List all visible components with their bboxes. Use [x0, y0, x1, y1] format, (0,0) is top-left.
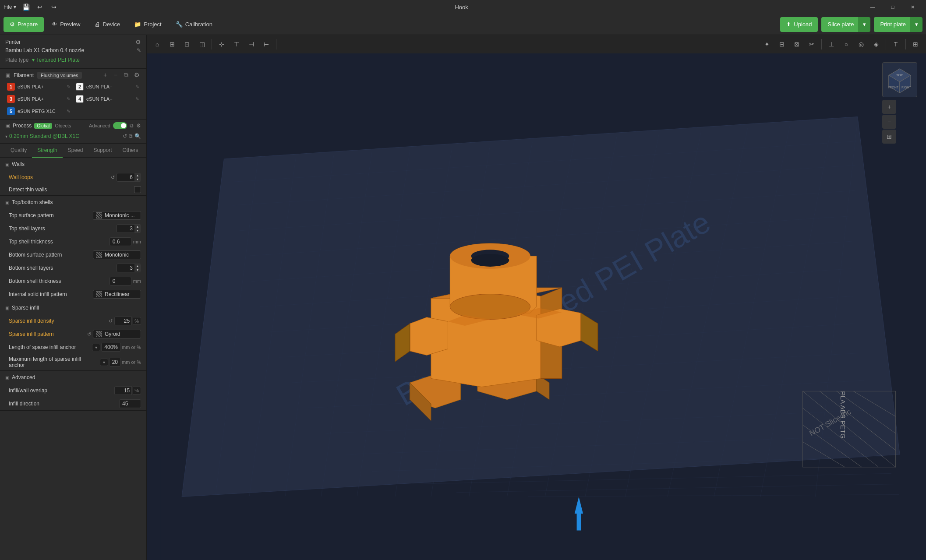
split-icon[interactable]: ⊠ — [790, 37, 804, 51]
walls-group-header[interactable]: ▣ Walls — [0, 158, 146, 171]
orientation-cube[interactable]: TOP FRONT RIGHT — [882, 62, 917, 97]
tab-support[interactable]: Support — [88, 144, 117, 158]
filament-remove-icon[interactable]: − — [111, 71, 120, 79]
file-menu[interactable]: File ▾ — [4, 4, 16, 10]
bottom-shell-layers-down[interactable]: ▼ — [134, 268, 141, 272]
sparse-infill-density-input[interactable]: % — [114, 317, 141, 325]
nav-preview[interactable]: 👁 Preview — [46, 17, 86, 32]
bottom-shell-layers-input[interactable]: ▲ ▼ — [117, 264, 141, 272]
plate-type-value[interactable]: ▾ Textured PEI Plate — [32, 57, 80, 63]
length-anchor-input[interactable]: ▾ 400% mm or % — [92, 343, 141, 352]
profile-refresh-icon[interactable]: ↺ — [123, 133, 127, 139]
slice-dropdown-button[interactable]: ▾ — [858, 17, 870, 32]
paint-icon[interactable]: ◈ — [869, 37, 883, 51]
advanced-group-header[interactable]: ▣ Advanced — [0, 371, 146, 384]
zoom-in-icon[interactable]: + — [882, 100, 896, 114]
badge-global[interactable]: Global — [34, 123, 52, 129]
filament-copy-icon[interactable]: ⧉ — [122, 71, 131, 79]
top-shell-layers-input[interactable]: ▲ ▼ — [117, 224, 141, 233]
pattern-refresh-icon[interactable]: ↺ — [87, 331, 91, 337]
color-icon[interactable]: ◎ — [854, 37, 868, 51]
sparse-infill-group-header[interactable]: ▣ Sparse infill — [0, 301, 146, 314]
max-anchor-chevron[interactable]: ▾ — [100, 359, 108, 366]
density-refresh-icon[interactable]: ↺ — [109, 318, 113, 324]
redo-button[interactable]: ↪ — [48, 1, 60, 13]
tab-strength[interactable]: Strength — [32, 144, 62, 158]
flushing-volumes-button[interactable]: Flushing volumes — [37, 72, 82, 79]
filament-edit-4[interactable]: ✎ — [135, 96, 139, 102]
nav-project[interactable]: 📁 Project — [128, 17, 167, 32]
seam-icon[interactable]: ○ — [839, 37, 853, 51]
bottom-surface-pattern-dropdown[interactable]: Monotonic — [93, 250, 141, 259]
filament-item-4[interactable]: 4 eSUN PLA+ ✎ — [74, 94, 141, 104]
wall-loops-up[interactable]: ▲ — [134, 173, 141, 177]
print-plate-button[interactable]: Print plate — [874, 17, 912, 32]
arrange-icon[interactable]: ✦ — [760, 37, 774, 51]
badge-objects[interactable]: Objects — [55, 123, 71, 128]
top-shell-layers-field[interactable] — [117, 225, 134, 232]
internal-solid-infill-dropdown[interactable]: Rectilinear — [93, 290, 141, 299]
view-top-icon[interactable]: ⊤ — [230, 37, 244, 51]
sparse-infill-pattern-dropdown[interactable]: Gyroid — [93, 330, 141, 338]
slice-plate-button[interactable]: Slice plate — [821, 17, 860, 32]
bottom-shell-layers-up[interactable]: ▲ — [134, 264, 141, 268]
process-copy-icon[interactable]: ⧉ — [130, 123, 134, 129]
undo-button[interactable]: ↩ — [34, 1, 46, 13]
maximize-button[interactable]: □ — [883, 0, 902, 14]
nav-device[interactable]: 🖨 Device — [88, 17, 127, 32]
detect-thin-walls-checkbox[interactable] — [134, 186, 141, 193]
profile-copy-icon[interactable]: ⧉ — [129, 133, 133, 139]
process-settings-icon[interactable]: ⚙ — [136, 123, 141, 129]
wall-loops-down[interactable]: ▼ — [134, 177, 141, 181]
nav-prepare[interactable]: ⚙ Prepare — [4, 17, 44, 32]
layflat-icon[interactable]: ⊟ — [775, 37, 789, 51]
cut-icon[interactable]: ✂ — [805, 37, 819, 51]
shells-group-header[interactable]: ▣ Top/bottom shells — [0, 196, 146, 209]
filament-item-3[interactable]: 3 eSUN PLA+ ✎ — [5, 94, 72, 104]
print-dropdown-button[interactable]: ▾ — [910, 17, 922, 32]
infill-wall-overlap-field[interactable] — [114, 386, 132, 395]
view-section-icon[interactable]: ◫ — [195, 37, 209, 51]
filament-settings-icon[interactable]: ⚙ — [132, 71, 141, 79]
view-perspective-icon[interactable]: ⊹ — [215, 37, 229, 51]
filament-add-icon[interactable]: + — [101, 71, 110, 79]
filament-edit-3[interactable]: ✎ — [67, 96, 71, 102]
upload-button[interactable]: ⬆ Upload — [780, 17, 818, 32]
printer-edit-icon[interactable]: ✎ — [137, 47, 141, 53]
support-icon[interactable]: ⊥ — [824, 37, 838, 51]
length-anchor-chevron[interactable]: ▾ — [92, 344, 100, 351]
view-side-icon[interactable]: ⊣ — [244, 37, 258, 51]
minimize-button[interactable]: — — [863, 0, 882, 14]
top-shell-layers-down[interactable]: ▼ — [134, 229, 141, 232]
top-shell-layers-up[interactable]: ▲ — [134, 225, 141, 229]
filament-edit-1[interactable]: ✎ — [67, 84, 71, 90]
filament-edit-2[interactable]: ✎ — [135, 84, 139, 90]
view-home-icon[interactable]: ⌂ — [150, 37, 164, 51]
wall-loops-refresh-icon[interactable]: ↺ — [111, 175, 115, 180]
more-icon[interactable]: ⊞ — [908, 37, 922, 51]
tab-others[interactable]: Others — [117, 144, 143, 158]
sparse-infill-density-field[interactable] — [114, 317, 132, 325]
profile-search-icon[interactable]: 🔍 — [134, 133, 141, 139]
max-anchor-input[interactable]: ▾ 20 mm or % — [100, 358, 141, 366]
bottom-shell-thickness-field[interactable] — [110, 277, 131, 285]
filament-item-2[interactable]: 2 eSUN PLA+ ✎ — [74, 81, 141, 92]
infill-wall-overlap-input[interactable]: % — [114, 386, 141, 395]
view-grid-icon[interactable]: ⊞ — [165, 37, 179, 51]
filament-edit-5[interactable]: ✎ — [67, 109, 71, 114]
close-button[interactable]: ✕ — [903, 0, 922, 14]
printer-settings-icon[interactable]: ⚙ — [135, 39, 141, 46]
tab-quality[interactable]: Quality — [5, 144, 32, 158]
infill-direction-input[interactable] — [119, 399, 141, 408]
top-shell-thickness-input[interactable]: mm — [110, 237, 141, 246]
text-icon[interactable]: T — [889, 37, 903, 51]
view-orient-icon[interactable]: ⊡ — [180, 37, 194, 51]
top-shell-thickness-field[interactable] — [110, 237, 131, 246]
wall-loops-input[interactable]: ▲ ▼ — [117, 173, 141, 182]
filament-item-5[interactable]: 5 eSUN PETG X1C ✎ — [5, 106, 72, 116]
save-button[interactable]: 💾 — [20, 1, 32, 13]
bottom-shell-layers-field[interactable] — [117, 264, 134, 272]
filament-item-1[interactable]: 1 eSUN PLA+ ✎ — [5, 81, 72, 92]
view-front-icon[interactable]: ⊢ — [259, 37, 273, 51]
wall-loops-field[interactable] — [117, 173, 134, 181]
